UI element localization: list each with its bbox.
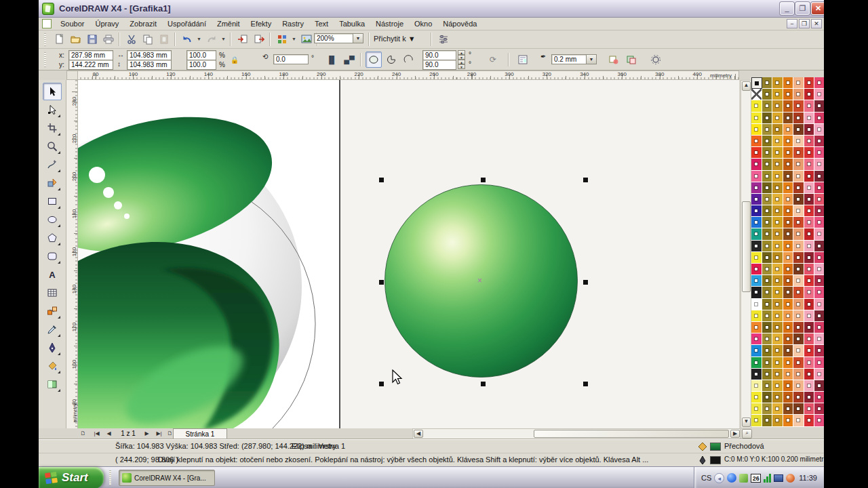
color-swatch[interactable] <box>814 228 824 240</box>
cut-button[interactable] <box>124 32 139 47</box>
color-swatch[interactable] <box>772 264 783 275</box>
color-swatch[interactable] <box>804 380 815 392</box>
color-swatch[interactable] <box>804 287 815 298</box>
color-swatch[interactable] <box>783 357 794 369</box>
color-swatch[interactable] <box>793 322 804 333</box>
color-swatch[interactable] <box>783 217 794 228</box>
object-height-input[interactable]: 104.983 mm <box>127 60 172 70</box>
color-swatch[interactable] <box>814 241 824 252</box>
color-swatch[interactable] <box>804 252 815 264</box>
color-swatch[interactable] <box>751 171 762 182</box>
outline-color-swatch[interactable] <box>710 456 721 464</box>
color-swatch[interactable] <box>793 124 804 136</box>
color-swatch[interactable] <box>762 369 773 380</box>
menu-tabulka[interactable]: Tabulka <box>334 18 370 30</box>
y-position-input[interactable]: 144.222 mm <box>68 60 113 70</box>
color-swatch[interactable] <box>814 333 824 345</box>
color-swatch[interactable] <box>783 136 794 147</box>
document-navigator-zoom-button[interactable]: ⌕ <box>742 429 752 439</box>
last-page-button[interactable]: ▶| <box>154 429 164 439</box>
color-swatch[interactable] <box>804 345 815 357</box>
rectangle-tool[interactable] <box>43 192 62 210</box>
color-swatch[interactable] <box>804 403 815 415</box>
color-swatch[interactable] <box>751 228 762 240</box>
color-swatch[interactable] <box>783 252 794 264</box>
color-swatch[interactable] <box>772 369 783 380</box>
color-swatch[interactable] <box>814 357 824 369</box>
symmetry-button-1[interactable] <box>606 52 622 68</box>
color-swatch[interactable] <box>793 100 804 112</box>
color-swatch[interactable] <box>783 147 794 159</box>
basic-shapes-tool[interactable] <box>43 247 62 265</box>
horizontal-scroll-thumb[interactable] <box>534 430 729 438</box>
scroll-right-button[interactable]: ▶ <box>730 430 740 438</box>
color-swatch[interactable] <box>814 415 824 426</box>
color-swatch[interactable] <box>783 310 794 322</box>
color-swatch[interactable] <box>814 217 824 228</box>
color-swatch[interactable] <box>762 194 773 205</box>
color-swatch[interactable] <box>783 194 794 205</box>
color-swatch[interactable] <box>751 275 762 287</box>
color-swatch[interactable] <box>814 171 824 182</box>
angle-spin-down[interactable]: ▼ <box>458 64 465 69</box>
color-swatch[interactable] <box>772 322 783 333</box>
color-swatch[interactable] <box>751 89 762 100</box>
color-swatch[interactable] <box>762 287 773 298</box>
shape-tool-flyout[interactable] <box>58 115 60 117</box>
color-swatch[interactable] <box>762 136 773 147</box>
color-swatch[interactable] <box>772 228 783 240</box>
language-indicator[interactable]: CS <box>701 474 711 482</box>
color-swatch[interactable] <box>762 217 773 228</box>
color-swatch[interactable] <box>751 252 762 264</box>
menu-soubor[interactable]: Soubor <box>55 18 90 30</box>
fill-tool-flyout[interactable] <box>58 371 60 373</box>
application-launcher-button-dropdown[interactable]: ▼ <box>291 32 297 47</box>
color-swatch[interactable] <box>751 159 762 170</box>
color-swatch[interactable] <box>804 205 815 217</box>
color-swatch[interactable] <box>793 171 804 182</box>
color-swatch[interactable] <box>751 299 762 310</box>
crop-tool-flyout[interactable] <box>58 133 60 136</box>
lock-ratio-button[interactable]: 🔒 <box>229 52 241 68</box>
color-swatch[interactable] <box>772 171 783 182</box>
outline-width-combo[interactable]: 0.2 mm <box>551 54 587 64</box>
mdi-minimize-button[interactable]: − <box>787 19 797 28</box>
color-swatch[interactable] <box>762 333 773 345</box>
color-swatch[interactable] <box>804 100 815 112</box>
color-swatch[interactable] <box>783 380 794 392</box>
table-tool[interactable] <box>43 284 62 302</box>
color-swatch[interactable] <box>772 287 783 298</box>
export-button[interactable] <box>252 32 267 47</box>
fill-color-swatch[interactable] <box>710 443 721 451</box>
color-swatch[interactable] <box>793 147 804 159</box>
color-swatch[interactable] <box>783 113 794 124</box>
color-swatch[interactable] <box>814 392 824 403</box>
menu-efekty[interactable]: Efekty <box>245 18 277 30</box>
color-swatch[interactable] <box>793 159 804 170</box>
color-swatch[interactable] <box>793 369 804 380</box>
color-swatch[interactable] <box>762 171 773 182</box>
freehand-tool[interactable] <box>43 156 62 174</box>
ruler-origin[interactable] <box>66 70 78 80</box>
color-swatch[interactable] <box>783 322 794 333</box>
close-button[interactable]: ✕ <box>811 2 824 15</box>
open-button[interactable] <box>68 32 83 47</box>
color-swatch[interactable] <box>762 322 773 333</box>
pie-mode-button[interactable] <box>383 52 399 68</box>
color-swatch[interactable] <box>751 241 762 252</box>
ellipse-mode-button[interactable] <box>366 52 382 68</box>
horizontal-ruler[interactable]: 8010012014016018020022024026028030032034… <box>78 70 739 80</box>
color-swatch[interactable] <box>772 310 783 322</box>
mdi-restore-button[interactable]: ❐ <box>799 19 810 28</box>
color-swatch[interactable] <box>783 89 794 100</box>
color-swatch[interactable] <box>793 182 804 194</box>
color-swatch[interactable] <box>762 275 773 287</box>
ellipse-tool-flyout[interactable] <box>58 224 60 227</box>
color-swatch[interactable] <box>793 403 804 415</box>
color-swatch[interactable] <box>762 205 773 217</box>
color-swatch[interactable] <box>751 380 762 392</box>
text-tool[interactable]: A <box>43 266 62 283</box>
ellipse-tool[interactable] <box>43 211 62 228</box>
color-swatch[interactable] <box>793 205 804 217</box>
color-swatch[interactable] <box>762 299 773 310</box>
